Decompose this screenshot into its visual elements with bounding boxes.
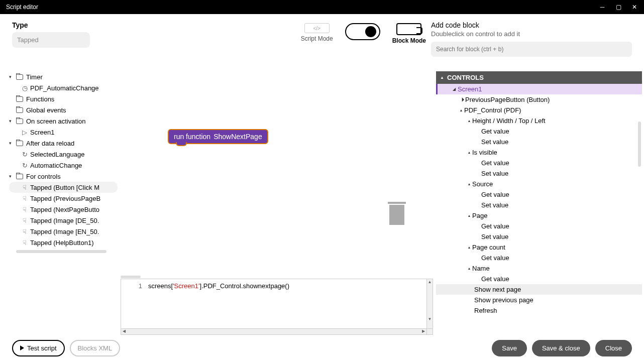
refresh-icon: ↻ xyxy=(21,151,28,158)
controls-header[interactable]: ▴ CONTROLS xyxy=(436,71,642,84)
ctrl-show-next[interactable]: Show next page xyxy=(436,284,642,295)
tree-global-events[interactable]: Global events xyxy=(9,104,118,115)
controls-vscroll[interactable] xyxy=(638,86,642,187)
ctrl-get-value[interactable]: Get value xyxy=(436,126,642,137)
pointer-icon: ☟ xyxy=(21,239,28,247)
tree-tapped-4[interactable]: ☟ Tapped (Image [DE_50. xyxy=(9,215,118,226)
folder-icon xyxy=(16,96,23,102)
tree-for-controls[interactable]: ▾ For controls xyxy=(9,171,118,182)
tree-tapped-2[interactable]: ☟ Tapped (PreviousPageB xyxy=(9,193,118,204)
code-hscroll[interactable]: ◀ ▶ xyxy=(121,329,433,335)
block-mode-label: Block Mode xyxy=(392,37,426,44)
controls-panel: ▴ CONTROLS ◢Screen1 ◢PreviousPageButton … xyxy=(436,71,642,335)
block-mode-option[interactable]: Block Mode xyxy=(392,23,426,44)
ctrl-get-value[interactable]: Get value xyxy=(436,189,642,200)
ctrl-set-value[interactable]: Set value xyxy=(436,231,642,242)
tree-auto-change[interactable]: ↻ AutomaticChange xyxy=(9,160,118,171)
folder-icon xyxy=(16,141,23,146)
pointer-icon: ☟ xyxy=(21,206,28,213)
play-icon: ▷ xyxy=(21,129,28,136)
mode-toggle[interactable] xyxy=(345,23,380,40)
pointer-icon: ☟ xyxy=(21,195,28,202)
block-canvas[interactable]: run function ShowNextPage xyxy=(118,71,436,276)
tree-screen1[interactable]: ▷ Screen1 xyxy=(9,127,118,138)
code-vscroll[interactable]: ▲ ▼ xyxy=(426,279,433,328)
test-script-button[interactable]: Test script xyxy=(12,340,65,356)
maximize-icon[interactable]: ▢ xyxy=(615,4,622,11)
tree-hscroll[interactable] xyxy=(16,250,118,254)
code-line: screens['Screen1'].PDF_Control.shownextp… xyxy=(146,279,426,328)
event-tree: ▾ Timer ◷ PDF_AutomaticChange Functions … xyxy=(2,71,118,335)
tree-timer[interactable]: ▾ Timer xyxy=(9,71,118,82)
close-icon[interactable]: ✕ xyxy=(631,4,638,11)
run-function-block[interactable]: run function ShowNextPage xyxy=(168,129,268,144)
ctrl-get-value[interactable]: Get value xyxy=(436,221,642,231)
titlebar: Script editor ─ ▢ ✕ xyxy=(0,0,644,14)
type-label: Type xyxy=(12,21,113,29)
ctrl-screen1[interactable]: ◢Screen1 xyxy=(436,84,642,94)
close-button[interactable]: Close xyxy=(595,340,632,356)
script-mode-icon: </> xyxy=(304,23,330,33)
ctrl-pdf-control[interactable]: ▴PDF_Control (PDF) xyxy=(436,105,642,115)
tree-tapped-6[interactable]: ☟ Tapped (HelpButton1) xyxy=(9,237,118,248)
code-editor[interactable]: 1 screens['Screen1'].PDF_Control.shownex… xyxy=(121,279,433,329)
type-input[interactable] xyxy=(12,32,90,48)
ctrl-prev-button[interactable]: ◢PreviousPageButton (Button) xyxy=(436,94,642,105)
tree-tapped-1[interactable]: ☟ Tapped (Button [Click M xyxy=(9,182,118,193)
tree-on-screen[interactable]: ▾ On screen activation xyxy=(9,115,118,127)
minimize-icon[interactable]: ─ xyxy=(599,4,606,11)
script-mode-label: Script Mode xyxy=(301,35,333,42)
ctrl-show-prev[interactable]: Show previous page xyxy=(436,295,642,305)
play-icon xyxy=(20,345,24,350)
tree-after-reload[interactable]: ▾ After data reload xyxy=(9,138,118,149)
ctrl-get-value[interactable]: Get value xyxy=(436,274,642,284)
blocks-xml-button[interactable]: Blocks XML xyxy=(70,340,121,356)
ctrl-set-value[interactable]: Set value xyxy=(436,200,642,210)
refresh-icon: ↻ xyxy=(21,162,28,169)
ctrl-page-count[interactable]: ▴Page count xyxy=(436,242,642,253)
folder-icon xyxy=(16,74,23,80)
pointer-icon: ☟ xyxy=(21,217,28,224)
window-title: Script editor xyxy=(6,4,599,11)
pointer-icon: ☟ xyxy=(21,184,28,191)
ctrl-set-value[interactable]: Set value xyxy=(436,168,642,179)
folder-icon xyxy=(16,118,23,124)
ctrl-refresh[interactable]: Refresh xyxy=(436,305,642,316)
ctrl-set-value[interactable]: Set value xyxy=(436,137,642,147)
ctrl-page[interactable]: ▴Page xyxy=(436,210,642,221)
tree-pdf-auto[interactable]: ◷ PDF_AutomaticChange xyxy=(9,82,118,93)
ctrl-get-value[interactable]: Get value xyxy=(436,253,642,263)
save-close-button[interactable]: Save & close xyxy=(532,340,590,356)
block-mode-icon xyxy=(396,23,421,35)
add-block-subtitle: Doubleclick on control to add it xyxy=(431,30,632,38)
tree-tapped-5[interactable]: ☟ Tapped (Image [EN_50. xyxy=(9,226,118,237)
save-button[interactable]: Save xyxy=(492,340,527,356)
script-mode-option[interactable]: </> Script Mode xyxy=(301,23,333,42)
pointer-icon: ☟ xyxy=(21,228,28,235)
timer-icon: ◷ xyxy=(21,84,28,92)
tree-tapped-3[interactable]: ☟ Tapped (NextPageButto xyxy=(9,204,118,215)
line-number: 1 xyxy=(121,279,146,328)
ctrl-get-value[interactable]: Get value xyxy=(436,158,642,168)
folder-icon xyxy=(16,107,23,113)
tree-selected-lang[interactable]: ↻ SelectedLanguage xyxy=(9,149,118,160)
trash-icon[interactable] xyxy=(388,202,406,227)
folder-icon xyxy=(16,174,23,179)
search-input[interactable] xyxy=(431,42,632,57)
ctrl-is-visible[interactable]: ▴Is visible xyxy=(436,147,642,158)
ctrl-source[interactable]: ▴Source xyxy=(436,179,642,189)
tree-functions[interactable]: Functions xyxy=(9,93,118,104)
ctrl-hwtl[interactable]: ▴Height / Width / Top / Left xyxy=(436,115,642,126)
add-block-title: Add code block xyxy=(431,21,632,29)
ctrl-name[interactable]: ▴Name xyxy=(436,263,642,274)
